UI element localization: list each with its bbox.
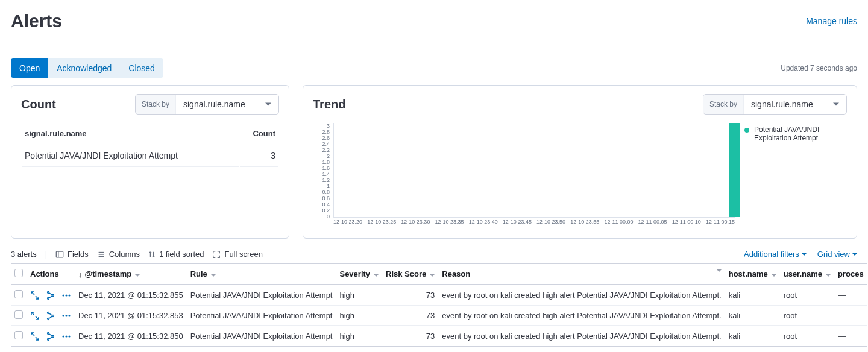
- y-tick: 2.8: [322, 129, 330, 135]
- cell-timestamp: Dec 11, 2021 @ 01:15:32.850: [75, 326, 187, 347]
- cell-user: root: [780, 326, 834, 347]
- x-tick: 12-10 23:25: [367, 219, 396, 228]
- cell-risk: 73: [382, 284, 438, 306]
- x-tick: 12-11 00:05: [638, 219, 667, 228]
- cell-host: kali: [725, 326, 780, 347]
- row-checkbox[interactable]: [14, 310, 23, 319]
- alerts-grid: Actions ↓@timestamp Rule Severity Risk S…: [11, 263, 867, 347]
- columns-button[interactable]: Columns: [97, 250, 140, 259]
- count-stackby-control: Stack by signal.rule.name: [135, 94, 279, 115]
- x-tick: 12-11 00:00: [604, 219, 633, 228]
- cell-process: —: [834, 326, 867, 347]
- cell-severity: high: [336, 306, 382, 326]
- y-tick: 1: [327, 183, 330, 189]
- manage-rules-link[interactable]: Manage rules: [806, 16, 857, 26]
- fullscreen-button[interactable]: Full screen: [212, 250, 263, 259]
- svg-rect-0: [56, 251, 63, 257]
- count-table: signal.rule.name Count Potential JAVA/JN…: [21, 123, 279, 168]
- trend-chart: 32.82.62.42.221.81.61.41.210.80.60.40.20…: [313, 123, 735, 228]
- col-user-name[interactable]: user.name: [780, 264, 834, 285]
- trend-panel: Trend Stack by signal.rule.name 32.82.62…: [303, 85, 857, 239]
- cell-rule: Potential JAVA/JNDI Exploitation Attempt: [187, 306, 336, 326]
- fullscreen-icon: [212, 250, 221, 259]
- expand-icon[interactable]: [30, 332, 40, 341]
- tab-acknowledged[interactable]: Acknowledged: [48, 58, 120, 78]
- y-tick: 2.2: [322, 147, 330, 153]
- alert-status-tabs: Open Acknowledged Closed: [11, 58, 163, 78]
- col-rule[interactable]: Rule: [187, 264, 336, 285]
- select-all-checkbox[interactable]: [14, 269, 23, 277]
- cell-risk: 73: [382, 326, 438, 347]
- count-panel-title: Count: [21, 98, 56, 112]
- cell-user: root: [780, 284, 834, 306]
- tab-open[interactable]: Open: [11, 58, 48, 78]
- additional-filters-button[interactable]: Additional filters: [744, 250, 807, 259]
- fields-button[interactable]: Fields: [55, 250, 89, 259]
- cell-reason: event by root on kali created high alert…: [438, 326, 725, 347]
- columns-icon: [97, 250, 105, 259]
- col-host-name[interactable]: host.name: [725, 264, 780, 285]
- chevron-down-icon: [852, 253, 857, 256]
- trend-stackby-select[interactable]: signal.rule.name: [744, 95, 846, 114]
- count-row-name: Potential JAVA/JNDI Exploitation Attempt: [22, 145, 239, 167]
- cell-risk: 73: [382, 306, 438, 326]
- alerts-count-text: 3 alerts: [11, 250, 37, 259]
- separator-icon: |: [45, 250, 47, 259]
- col-reason[interactable]: Reason: [438, 264, 725, 285]
- y-tick: 0.2: [322, 207, 330, 213]
- svg-point-21: [65, 335, 67, 337]
- svg-point-14: [62, 315, 64, 316]
- col-severity[interactable]: Severity: [336, 264, 382, 285]
- tab-closed[interactable]: Closed: [120, 58, 163, 78]
- more-icon[interactable]: [61, 332, 71, 341]
- y-tick: 0: [327, 213, 330, 219]
- count-stackby-label: Stack by: [136, 95, 176, 114]
- sorted-button[interactable]: 1 field sorted: [148, 250, 204, 259]
- svg-point-8: [62, 294, 64, 296]
- alert-row: Dec 11, 2021 @ 01:15:32.853Potential JAV…: [11, 306, 867, 326]
- grid-view-button[interactable]: Grid view: [817, 250, 857, 259]
- x-tick: 12-10 23:35: [435, 219, 464, 228]
- row-checkbox[interactable]: [14, 331, 23, 339]
- row-checkbox[interactable]: [14, 290, 23, 298]
- x-tick: 12-10 23:55: [570, 219, 599, 228]
- sort-icon: [148, 250, 156, 259]
- row-actions: [27, 284, 75, 306]
- expand-icon[interactable]: [30, 291, 40, 300]
- col-timestamp[interactable]: ↓@timestamp: [75, 264, 187, 285]
- alert-row: Dec 11, 2021 @ 01:15:32.850Potential JAV…: [11, 326, 867, 347]
- expand-icon[interactable]: [30, 311, 40, 321]
- col-process[interactable]: proces: [834, 264, 867, 285]
- last-updated-text: Updated 7 seconds ago: [781, 64, 857, 72]
- more-icon[interactable]: [61, 291, 71, 300]
- alert-row: Dec 11, 2021 @ 01:15:32.855Potential JAV…: [11, 284, 867, 306]
- y-tick: 2: [327, 153, 330, 159]
- x-tick: 12-10 23:20: [333, 219, 362, 228]
- cell-rule: Potential JAVA/JNDI Exploitation Attempt: [187, 326, 336, 347]
- count-col-count: Count: [240, 124, 278, 143]
- cell-severity: high: [336, 284, 382, 306]
- row-actions: [27, 306, 75, 326]
- trend-stackby-control: Stack by signal.rule.name: [703, 94, 847, 115]
- y-tick: 0.4: [322, 201, 330, 207]
- cell-timestamp: Dec 11, 2021 @ 01:15:32.853: [75, 306, 187, 326]
- x-tick: 12-10 23:45: [503, 219, 532, 228]
- svg-point-10: [68, 294, 70, 296]
- count-panel: Count Stack by signal.rule.name signal.r…: [11, 85, 289, 239]
- more-icon[interactable]: [61, 311, 71, 321]
- analyze-icon[interactable]: [46, 332, 55, 341]
- cell-host: kali: [725, 306, 780, 326]
- analyze-icon[interactable]: [46, 291, 55, 300]
- cell-user: root: [780, 306, 834, 326]
- cell-reason: event by root on kali created high alert…: [438, 284, 725, 306]
- count-row-value: 3: [240, 145, 278, 167]
- col-risk-score[interactable]: Risk Score: [382, 264, 438, 285]
- y-tick: 1.8: [322, 159, 330, 165]
- cell-rule: Potential JAVA/JNDI Exploitation Attempt: [187, 284, 336, 306]
- trend-panel-title: Trend: [313, 98, 345, 112]
- y-tick: 3: [327, 123, 330, 129]
- cell-process: —: [834, 284, 867, 306]
- cell-reason: event by root on kali created high alert…: [438, 306, 725, 326]
- analyze-icon[interactable]: [46, 311, 55, 321]
- count-stackby-select[interactable]: signal.rule.name: [176, 95, 278, 114]
